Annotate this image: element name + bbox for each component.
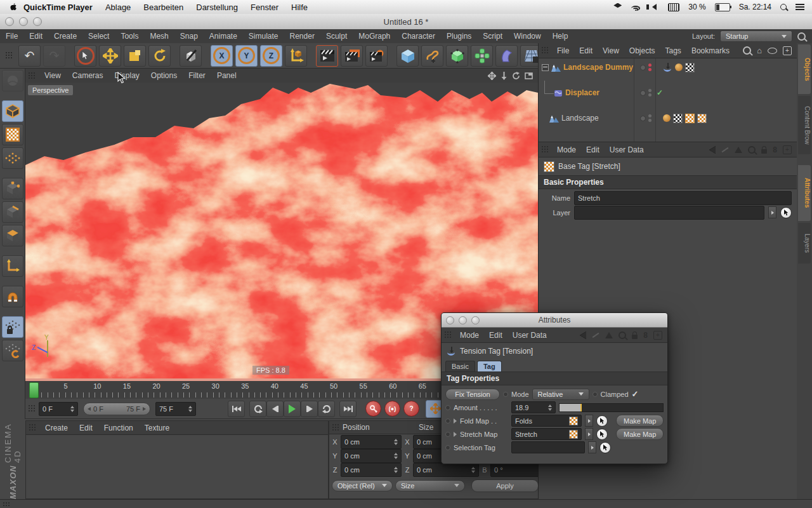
viewport-rotate-icon[interactable] <box>512 72 520 80</box>
toolbar-grip[interactable] <box>5 51 13 60</box>
attr-lock-icon[interactable] <box>761 149 767 154</box>
coords-size-dropdown[interactable]: Size <box>395 480 465 491</box>
stretch-map-field[interactable]: Stretch <box>511 428 582 440</box>
tab-attributes[interactable]: Attributes <box>798 165 811 221</box>
enable-axis-button[interactable] <box>2 255 23 277</box>
battery-icon[interactable] <box>715 3 730 11</box>
play-button[interactable] <box>284 401 301 417</box>
c4d-menu-edit[interactable]: Edit <box>23 32 48 41</box>
material-grip[interactable] <box>29 424 37 432</box>
enabled-check-icon[interactable]: ✓ <box>657 88 663 97</box>
history-forward-icon[interactable] <box>593 332 599 338</box>
c4d-menu-animate[interactable]: Animate <box>204 32 243 41</box>
tab-content-browser[interactable]: Content Brow <box>798 96 811 154</box>
tag-properties-header[interactable]: Tag Properties <box>442 371 667 385</box>
history-back-icon[interactable] <box>709 146 716 154</box>
visibility-toggles[interactable] <box>648 64 652 71</box>
c4d-menu-select[interactable]: Select <box>82 32 115 41</box>
frame-stepper[interactable] <box>67 406 74 412</box>
amount-stepper[interactable] <box>545 404 552 411</box>
size-z-field[interactable]: 0 cm <box>413 463 479 477</box>
c4d-menu-mograph[interactable]: MoGraph <box>353 32 396 41</box>
layer-arrow-button[interactable] <box>768 206 776 218</box>
viewport-menu-view[interactable]: View <box>39 71 67 80</box>
stretch-map-arrow-button[interactable] <box>585 428 593 440</box>
next-frame-button[interactable] <box>301 401 318 417</box>
add-subdivision-surface-button[interactable] <box>446 45 468 67</box>
c4d-menu-mesh[interactable]: Mesh <box>144 32 174 41</box>
wifi-icon[interactable] <box>631 4 640 11</box>
param-dot[interactable] <box>445 418 450 424</box>
texture-tag-icon[interactable] <box>685 63 695 72</box>
material-menu-edit[interactable]: Edit <box>74 424 98 432</box>
material-menu-create[interactable]: Create <box>39 424 74 432</box>
notification-center-icon[interactable] <box>796 4 804 11</box>
layer-field[interactable] <box>574 206 764 220</box>
macos-menu-fenster[interactable]: Fenster <box>251 3 278 12</box>
float-menu-mode[interactable]: Mode <box>455 331 484 340</box>
viewport-menu-options[interactable]: Options <box>145 71 183 80</box>
play-forward-loop-button[interactable] <box>318 401 335 417</box>
end-frame-field[interactable]: 75 F <box>155 402 196 416</box>
attr-search-icon[interactable] <box>748 146 756 154</box>
om-menu-view[interactable]: View <box>598 46 624 55</box>
amount-field[interactable]: 18.9 <box>511 401 556 413</box>
tab-objects[interactable]: Objects <box>798 44 811 94</box>
macos-menu-darstellung[interactable]: Darstellung <box>196 3 238 12</box>
fold-map-arrow-button[interactable] <box>585 415 593 427</box>
attr-grip[interactable] <box>541 145 549 154</box>
dropbox-icon[interactable] <box>613 3 622 11</box>
attr-menu-user-data[interactable]: User Data <box>605 145 649 154</box>
fold-map-tag-icon[interactable] <box>697 114 707 123</box>
move-tool-button[interactable] <box>99 45 121 67</box>
history-forward-icon[interactable] <box>722 147 729 152</box>
c4d-menu-character[interactable]: Character <box>396 32 441 41</box>
apply-button[interactable]: Apply <box>471 479 539 492</box>
om-menu-tags[interactable]: Tags <box>660 46 686 55</box>
float-titlebar[interactable]: Attributes <box>442 313 667 328</box>
render-to-picture-viewer-button[interactable] <box>341 45 363 67</box>
om-menu-bookmarks[interactable]: Bookmarks <box>686 46 735 55</box>
selection-tag-picker-button[interactable] <box>599 442 611 453</box>
render-settings-button[interactable] <box>365 45 388 67</box>
sculpt-mode-button[interactable] <box>2 70 23 91</box>
stretch-map-tag-icon[interactable] <box>685 114 695 123</box>
tab-layers[interactable]: Layers <box>798 223 811 264</box>
clamped-checkbox[interactable]: ✓ <box>632 389 639 399</box>
menubar-clock[interactable]: Sa. 22:14 <box>739 3 771 11</box>
om-menu-edit[interactable]: Edit <box>574 46 598 55</box>
float-grip[interactable] <box>444 331 452 339</box>
position-x-field[interactable]: 0 cm <box>341 435 402 449</box>
add-mograph-button[interactable] <box>471 45 493 67</box>
macos-menu-hilfe[interactable]: Hilfe <box>291 3 308 12</box>
material-menu-texture[interactable]: Texture <box>139 424 175 432</box>
attr-menu-edit[interactable]: Edit <box>581 145 605 154</box>
c4d-menu-render[interactable]: Render <box>284 32 320 41</box>
add-deformer-button[interactable] <box>495 45 518 67</box>
arrow-up-icon[interactable] <box>605 332 613 338</box>
keyframe-selection-button[interactable]: ? <box>403 401 419 417</box>
param-dot[interactable] <box>445 445 450 450</box>
goto-start-button[interactable] <box>228 401 245 417</box>
float-menu-user-data[interactable]: User Data <box>508 331 552 340</box>
coordinate-system-button[interactable] <box>285 45 307 67</box>
macos-menu-bearbeiten[interactable]: Bearbeiten <box>143 3 183 12</box>
snap-button[interactable] <box>2 286 23 307</box>
points-mode-button[interactable] <box>2 178 23 199</box>
previous-frame-button[interactable] <box>266 401 284 417</box>
c4d-menu-create[interactable]: Create <box>48 32 82 41</box>
amount-slider-handle[interactable] <box>580 404 582 411</box>
layer-dot[interactable] <box>640 65 646 70</box>
texture-tag-icon[interactable] <box>673 114 683 123</box>
timeline-playhead[interactable] <box>29 382 39 398</box>
attr-menu-mode[interactable]: Mode <box>552 145 581 154</box>
goto-end-button[interactable] <box>339 401 357 417</box>
c4d-menu-sculpt[interactable]: Sculpt <box>320 32 353 41</box>
make-fold-map-button[interactable]: Make Map <box>616 415 664 427</box>
layer-picker-button[interactable] <box>780 207 792 218</box>
param-dot[interactable] <box>593 392 598 397</box>
layer-dot[interactable] <box>640 116 646 121</box>
om-add-icon[interactable]: + <box>783 46 792 55</box>
macos-menu-ablage[interactable]: Ablage <box>105 3 131 12</box>
object-row-landscape-dummy[interactable]: Landscape Dummy <box>539 61 797 74</box>
